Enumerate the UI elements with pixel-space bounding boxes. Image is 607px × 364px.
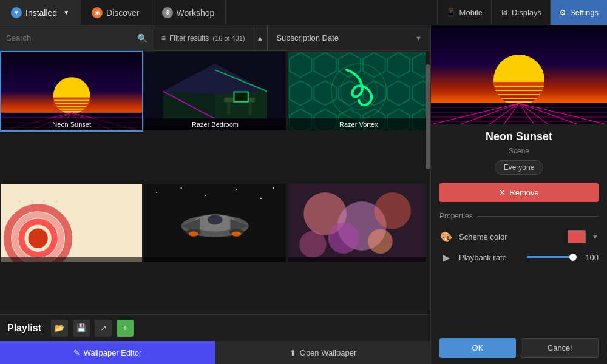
svg-point-37 xyxy=(30,200,33,203)
wallpaper-editor-button[interactable]: ✎ Wallpaper Editor xyxy=(0,341,215,364)
left-panel: 🔍 ≡ Filter results (16 of 431) ▲ Subscri… xyxy=(0,25,431,364)
playlist-label: Playlist xyxy=(7,323,41,334)
displays-btn[interactable]: 🖥 Displays xyxy=(491,0,550,25)
installed-label: Installed xyxy=(25,8,57,18)
wallpaper-label xyxy=(288,257,429,262)
svg-point-49 xyxy=(205,195,206,196)
color-swatch[interactable] xyxy=(568,230,586,243)
playlist-add-btn[interactable]: + xyxy=(117,320,134,337)
cancel-button[interactable]: Cancel xyxy=(521,338,599,358)
wallpaper-label xyxy=(144,257,285,262)
svg-point-70 xyxy=(493,55,544,106)
tab-installed[interactable]: ▼ Installed ▼ xyxy=(0,0,81,25)
filter-bar: 🔍 ≡ Filter results (16 of 431) ▲ Subscri… xyxy=(0,25,430,51)
displays-icon: 🖥 xyxy=(500,8,508,17)
sort-dropdown-arrow: ▼ xyxy=(415,35,422,42)
playlist-save-btn[interactable]: 💾 xyxy=(73,320,90,337)
svg-point-47 xyxy=(157,192,158,193)
svg-rect-24 xyxy=(228,103,231,115)
playback-rate-value: 100 xyxy=(580,253,599,262)
svg-point-38 xyxy=(43,200,46,203)
filter-button[interactable]: ≡ Filter results (16 of 431) xyxy=(154,25,253,50)
scrollbar[interactable] xyxy=(426,51,430,314)
top-navigation: ▼ Installed ▼ ◉ Discover ⚙ Workshop 📱 Mo… xyxy=(0,0,607,25)
filter-direction-toggle[interactable]: ▲ xyxy=(253,25,268,50)
svg-rect-74 xyxy=(493,91,544,94)
svg-point-59 xyxy=(189,232,198,237)
installed-icon: ▼ xyxy=(11,7,22,18)
search-box: 🔍 xyxy=(0,25,154,50)
discover-label: Discover xyxy=(106,8,139,18)
main-area: 🔍 ≡ Filter results (16 of 431) ▲ Subscri… xyxy=(0,25,607,364)
mobile-label: Mobile xyxy=(459,8,483,17)
wallpaper-item-neon-sunset[interactable]: Neon Sunset xyxy=(0,51,143,132)
svg-rect-25 xyxy=(249,103,252,115)
properties-header: Properties xyxy=(439,212,599,220)
playback-rate-slider-container: 100 xyxy=(527,253,599,262)
rating-badge: Everyone xyxy=(495,160,544,175)
color-palette-icon: 🎨 xyxy=(439,230,453,243)
svg-rect-5 xyxy=(53,107,90,109)
svg-point-45 xyxy=(28,229,47,248)
properties-label: Properties xyxy=(439,212,473,220)
svg-rect-3 xyxy=(53,101,90,103)
preview-image xyxy=(431,25,607,124)
wallpaper-title: Neon Sunset xyxy=(431,124,607,147)
svg-point-48 xyxy=(181,187,182,189)
filter-lines-icon: ≡ xyxy=(161,34,166,42)
ok-button[interactable]: OK xyxy=(439,338,516,358)
remove-button[interactable]: ✕ Remove xyxy=(439,183,599,202)
svg-point-50 xyxy=(236,189,237,190)
open-wallpaper-label: Open Wallpaper xyxy=(300,348,356,357)
dialog-buttons: OK Cancel xyxy=(431,332,607,364)
properties-section: Properties 🎨 Scheme color ▼ ▶ Playback r… xyxy=(431,206,607,268)
wallpaper-item-4[interactable] xyxy=(0,183,143,263)
mobile-btn[interactable]: 📱 Mobile xyxy=(437,0,491,25)
filter-count: (16 of 431) xyxy=(212,35,245,42)
playlist-open-btn[interactable]: 📂 xyxy=(51,320,68,337)
svg-rect-27 xyxy=(235,92,248,101)
upload-icon: ⬆ xyxy=(290,348,296,357)
remove-icon: ✕ xyxy=(499,188,506,197)
right-panel: Neon Sunset Scene Everyone ✕ Remove Prop… xyxy=(431,25,607,364)
wallpaper-label: Razer Vortex xyxy=(288,118,429,130)
discover-icon: ◉ xyxy=(92,7,103,18)
svg-point-61 xyxy=(208,215,222,224)
sort-dropdown[interactable]: Subscription Date ▼ xyxy=(268,25,430,50)
playback-rate-row: ▶ Playback rate 100 xyxy=(439,247,599,268)
svg-rect-6 xyxy=(53,110,90,111)
svg-rect-4 xyxy=(53,104,90,106)
wallpaper-type: Scene xyxy=(431,147,607,158)
wallpaper-label: Neon Sunset xyxy=(1,118,142,130)
tab-discover[interactable]: ◉ Discover xyxy=(81,0,151,25)
settings-icon: ⚙ xyxy=(559,8,566,17)
wallpaper-item-6[interactable] xyxy=(287,183,430,263)
search-input[interactable] xyxy=(6,33,137,42)
settings-label: Settings xyxy=(570,8,599,17)
playback-rate-slider[interactable] xyxy=(527,256,575,258)
search-icon[interactable]: 🔍 xyxy=(137,33,148,43)
mobile-icon: 📱 xyxy=(446,8,456,17)
scrollbar-thumb[interactable] xyxy=(426,64,430,170)
slider-thumb[interactable] xyxy=(569,254,577,261)
svg-point-36 xyxy=(18,200,21,203)
svg-point-51 xyxy=(260,198,262,199)
svg-point-1 xyxy=(53,77,90,114)
color-dropdown-arrow[interactable]: ▼ xyxy=(592,233,599,240)
scheme-color-label: Scheme color xyxy=(459,232,561,241)
svg-point-67 xyxy=(368,229,392,254)
editor-icon: ✎ xyxy=(73,348,80,357)
wallpaper-item-razer-bedroom[interactable]: Razer Bedroom xyxy=(143,51,287,132)
playlist-bar: Playlist 📂 💾 ↗ + xyxy=(0,314,430,341)
svg-point-52 xyxy=(273,187,274,189)
installed-dropdown-arrow: ▼ xyxy=(63,9,69,16)
wallpaper-item-razer-vortex[interactable]: Razer Vortex xyxy=(287,51,430,132)
playlist-share-btn[interactable]: ↗ xyxy=(95,320,112,337)
wallpaper-item-5[interactable] xyxy=(143,183,287,263)
wallpaper-editor-label: Wallpaper Editor xyxy=(84,348,142,357)
open-wallpaper-button[interactable]: ⬆ Open Wallpaper xyxy=(215,341,430,364)
rating-badge-container: Everyone xyxy=(431,158,607,180)
tab-workshop[interactable]: ⚙ Workshop xyxy=(151,0,226,25)
wallpaper-grid: Neon Sunset xyxy=(0,51,430,314)
settings-btn[interactable]: ⚙ Settings xyxy=(550,0,607,25)
